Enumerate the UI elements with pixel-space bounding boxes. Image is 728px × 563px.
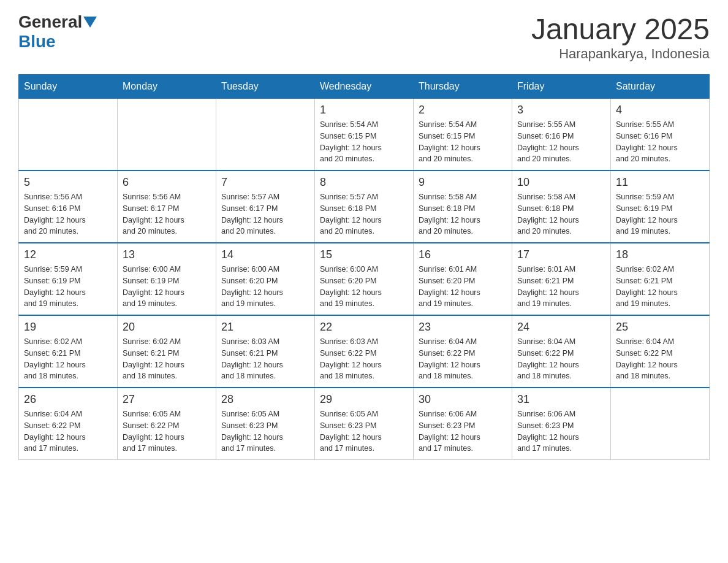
day-info: Sunrise: 6:04 AM Sunset: 6:22 PM Dayligh… bbox=[24, 408, 112, 454]
calendar-day-cell: 8Sunrise: 5:57 AM Sunset: 6:18 PM Daylig… bbox=[315, 170, 414, 243]
day-number: 7 bbox=[221, 176, 309, 189]
day-header-wednesday: Wednesday bbox=[315, 75, 414, 99]
calendar-day-cell: 10Sunrise: 5:58 AM Sunset: 6:18 PM Dayli… bbox=[512, 170, 611, 243]
day-header-monday: Monday bbox=[118, 75, 216, 99]
day-number: 24 bbox=[517, 321, 605, 334]
day-info: Sunrise: 6:00 AM Sunset: 6:20 PM Dayligh… bbox=[320, 264, 408, 310]
day-number: 10 bbox=[517, 176, 605, 189]
day-info: Sunrise: 6:01 AM Sunset: 6:20 PM Dayligh… bbox=[419, 264, 507, 310]
calendar-day-cell: 15Sunrise: 6:00 AM Sunset: 6:20 PM Dayli… bbox=[315, 243, 414, 315]
day-number: 2 bbox=[419, 104, 507, 117]
day-number: 23 bbox=[419, 321, 507, 334]
day-info: Sunrise: 6:06 AM Sunset: 6:23 PM Dayligh… bbox=[419, 408, 507, 454]
day-number: 25 bbox=[616, 321, 704, 334]
calendar-day-cell: 4Sunrise: 5:55 AM Sunset: 6:16 PM Daylig… bbox=[611, 99, 710, 171]
day-info: Sunrise: 5:55 AM Sunset: 6:16 PM Dayligh… bbox=[517, 119, 605, 165]
day-header-tuesday: Tuesday bbox=[216, 75, 315, 99]
calendar-day-cell: 17Sunrise: 6:01 AM Sunset: 6:21 PM Dayli… bbox=[512, 243, 611, 315]
day-number: 20 bbox=[123, 321, 211, 334]
day-info: Sunrise: 5:54 AM Sunset: 6:15 PM Dayligh… bbox=[320, 119, 408, 165]
day-info: Sunrise: 6:05 AM Sunset: 6:23 PM Dayligh… bbox=[320, 408, 408, 454]
calendar-day-cell: 24Sunrise: 6:04 AM Sunset: 6:22 PM Dayli… bbox=[512, 315, 611, 388]
calendar-day-cell bbox=[19, 99, 118, 171]
day-info: Sunrise: 5:57 AM Sunset: 6:17 PM Dayligh… bbox=[221, 191, 309, 237]
calendar-day-cell: 27Sunrise: 6:05 AM Sunset: 6:22 PM Dayli… bbox=[118, 388, 216, 460]
day-number: 18 bbox=[616, 248, 704, 261]
svg-marker-0 bbox=[83, 17, 97, 28]
day-number: 9 bbox=[419, 176, 507, 189]
calendar-day-cell: 3Sunrise: 5:55 AM Sunset: 6:16 PM Daylig… bbox=[512, 99, 611, 171]
logo-blue: Blue bbox=[18, 32, 97, 52]
day-info: Sunrise: 6:00 AM Sunset: 6:20 PM Dayligh… bbox=[221, 264, 309, 310]
calendar-day-cell: 25Sunrise: 6:04 AM Sunset: 6:22 PM Dayli… bbox=[611, 315, 710, 388]
day-info: Sunrise: 6:01 AM Sunset: 6:21 PM Dayligh… bbox=[517, 264, 605, 310]
calendar-day-cell: 7Sunrise: 5:57 AM Sunset: 6:17 PM Daylig… bbox=[216, 170, 315, 243]
day-number: 8 bbox=[320, 176, 408, 189]
day-number: 1 bbox=[320, 104, 408, 117]
day-number: 31 bbox=[517, 393, 605, 406]
calendar-day-cell: 29Sunrise: 6:05 AM Sunset: 6:23 PM Dayli… bbox=[315, 388, 414, 460]
day-number: 30 bbox=[419, 393, 507, 406]
calendar-week-row: 19Sunrise: 6:02 AM Sunset: 6:21 PM Dayli… bbox=[19, 315, 710, 388]
page-header: General Blue January 2025 Harapankarya, … bbox=[18, 12, 710, 62]
logo-general: General bbox=[18, 12, 82, 32]
day-number: 26 bbox=[24, 393, 112, 406]
day-info: Sunrise: 6:00 AM Sunset: 6:19 PM Dayligh… bbox=[123, 264, 211, 310]
calendar-day-cell bbox=[216, 99, 315, 171]
calendar-day-cell: 26Sunrise: 6:04 AM Sunset: 6:22 PM Dayli… bbox=[19, 388, 118, 460]
day-number: 17 bbox=[517, 248, 605, 261]
calendar-day-cell: 28Sunrise: 6:05 AM Sunset: 6:23 PM Dayli… bbox=[216, 388, 315, 460]
day-number: 19 bbox=[24, 321, 112, 334]
calendar-day-cell: 5Sunrise: 5:56 AM Sunset: 6:16 PM Daylig… bbox=[19, 170, 118, 243]
day-number: 12 bbox=[24, 248, 112, 261]
calendar-day-cell: 20Sunrise: 6:02 AM Sunset: 6:21 PM Dayli… bbox=[118, 315, 216, 388]
page-title: January 2025 bbox=[531, 12, 710, 46]
day-info: Sunrise: 6:04 AM Sunset: 6:22 PM Dayligh… bbox=[517, 336, 605, 382]
day-info: Sunrise: 5:55 AM Sunset: 6:16 PM Dayligh… bbox=[616, 119, 704, 165]
day-number: 6 bbox=[123, 176, 211, 189]
day-number: 15 bbox=[320, 248, 408, 261]
day-number: 27 bbox=[123, 393, 211, 406]
day-info: Sunrise: 6:04 AM Sunset: 6:22 PM Dayligh… bbox=[419, 336, 507, 382]
day-info: Sunrise: 5:59 AM Sunset: 6:19 PM Dayligh… bbox=[24, 264, 112, 310]
day-info: Sunrise: 6:02 AM Sunset: 6:21 PM Dayligh… bbox=[123, 336, 211, 382]
day-info: Sunrise: 5:54 AM Sunset: 6:15 PM Dayligh… bbox=[419, 119, 507, 165]
calendar-day-cell: 12Sunrise: 5:59 AM Sunset: 6:19 PM Dayli… bbox=[19, 243, 118, 315]
calendar-day-cell: 31Sunrise: 6:06 AM Sunset: 6:23 PM Dayli… bbox=[512, 388, 611, 460]
day-number: 14 bbox=[221, 248, 309, 261]
calendar-week-row: 12Sunrise: 5:59 AM Sunset: 6:19 PM Dayli… bbox=[19, 243, 710, 315]
logo: General Blue bbox=[18, 12, 97, 52]
calendar-day-cell: 14Sunrise: 6:00 AM Sunset: 6:20 PM Dayli… bbox=[216, 243, 315, 315]
calendar-day-cell: 6Sunrise: 5:56 AM Sunset: 6:17 PM Daylig… bbox=[118, 170, 216, 243]
day-number: 22 bbox=[320, 321, 408, 334]
day-info: Sunrise: 5:58 AM Sunset: 6:18 PM Dayligh… bbox=[419, 191, 507, 237]
day-info: Sunrise: 5:59 AM Sunset: 6:19 PM Dayligh… bbox=[616, 191, 704, 237]
calendar-day-cell: 2Sunrise: 5:54 AM Sunset: 6:15 PM Daylig… bbox=[414, 99, 512, 171]
day-info: Sunrise: 6:04 AM Sunset: 6:22 PM Dayligh… bbox=[616, 336, 704, 382]
calendar-day-cell: 9Sunrise: 5:58 AM Sunset: 6:18 PM Daylig… bbox=[414, 170, 512, 243]
day-info: Sunrise: 5:58 AM Sunset: 6:18 PM Dayligh… bbox=[517, 191, 605, 237]
calendar-day-cell bbox=[611, 388, 710, 460]
logo-triangle-icon bbox=[83, 17, 97, 30]
day-number: 3 bbox=[517, 104, 605, 117]
calendar-day-cell: 13Sunrise: 6:00 AM Sunset: 6:19 PM Dayli… bbox=[118, 243, 216, 315]
title-section: January 2025 Harapankarya, Indonesia bbox=[531, 12, 710, 62]
day-info: Sunrise: 5:56 AM Sunset: 6:16 PM Dayligh… bbox=[24, 191, 112, 237]
calendar-day-cell: 21Sunrise: 6:03 AM Sunset: 6:21 PM Dayli… bbox=[216, 315, 315, 388]
day-info: Sunrise: 6:03 AM Sunset: 6:21 PM Dayligh… bbox=[221, 336, 309, 382]
day-number: 5 bbox=[24, 176, 112, 189]
calendar-day-cell bbox=[118, 99, 216, 171]
calendar-week-row: 5Sunrise: 5:56 AM Sunset: 6:16 PM Daylig… bbox=[19, 170, 710, 243]
day-header-thursday: Thursday bbox=[414, 75, 512, 99]
calendar-day-cell: 1Sunrise: 5:54 AM Sunset: 6:15 PM Daylig… bbox=[315, 99, 414, 171]
day-info: Sunrise: 6:06 AM Sunset: 6:23 PM Dayligh… bbox=[517, 408, 605, 454]
day-number: 21 bbox=[221, 321, 309, 334]
calendar-day-cell: 16Sunrise: 6:01 AM Sunset: 6:20 PM Dayli… bbox=[414, 243, 512, 315]
day-number: 13 bbox=[123, 248, 211, 261]
day-number: 29 bbox=[320, 393, 408, 406]
day-number: 28 bbox=[221, 393, 309, 406]
day-info: Sunrise: 5:57 AM Sunset: 6:18 PM Dayligh… bbox=[320, 191, 408, 237]
day-number: 11 bbox=[616, 176, 704, 189]
calendar-header-row: SundayMondayTuesdayWednesdayThursdayFrid… bbox=[19, 75, 710, 99]
day-info: Sunrise: 5:56 AM Sunset: 6:17 PM Dayligh… bbox=[123, 191, 211, 237]
